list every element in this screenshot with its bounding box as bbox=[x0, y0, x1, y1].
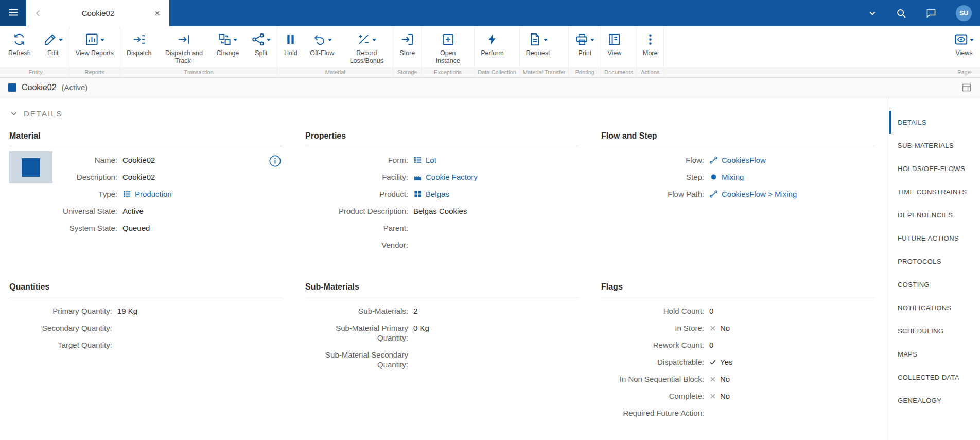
button-label: Refresh bbox=[8, 49, 31, 57]
field-label: Product Description: bbox=[305, 206, 413, 216]
list-icon bbox=[122, 190, 131, 198]
field-row: Form: Lot bbox=[305, 151, 579, 168]
view-reports-button[interactable]: View Reports bbox=[69, 26, 120, 57]
nav-item-details[interactable]: DETAILS bbox=[889, 111, 980, 134]
field-label: Secondary Quantity: bbox=[9, 323, 117, 333]
perform-button[interactable]: Perform bbox=[475, 26, 510, 57]
field-row: Type: Production bbox=[57, 185, 283, 202]
nav-item-costing[interactable]: COSTING bbox=[889, 273, 980, 296]
dropdown-caret-icon bbox=[372, 39, 376, 41]
step-icon bbox=[709, 173, 718, 181]
refresh-button[interactable]: Refresh bbox=[2, 26, 37, 57]
toolbar-group-entity: Refresh Edit Entity bbox=[2, 26, 69, 77]
dropdown-caret-icon bbox=[544, 39, 548, 41]
eye-icon bbox=[954, 31, 974, 47]
back-chevron-icon[interactable] bbox=[31, 7, 45, 20]
avatar[interactable]: SU bbox=[956, 5, 972, 21]
group-label: Entity bbox=[2, 67, 69, 77]
button-label: Edit bbox=[47, 49, 59, 57]
field-value: Active bbox=[122, 206, 144, 216]
type-link[interactable]: Production bbox=[122, 189, 172, 199]
dispatch-and-track-button[interactable]: Dispatch and Track- bbox=[158, 26, 211, 65]
request-button[interactable]: Request bbox=[520, 26, 556, 57]
field-label: Description: bbox=[57, 172, 122, 182]
nav-item-future-actions[interactable]: FUTURE ACTIONS bbox=[889, 227, 980, 250]
toolbar-group-storage: Store Storage bbox=[393, 26, 422, 77]
facility-link[interactable]: Cookie Factory bbox=[413, 172, 478, 182]
button-label: Open Instance bbox=[428, 49, 468, 65]
button-label: Hold bbox=[284, 49, 297, 57]
x-icon bbox=[709, 325, 716, 332]
step-link[interactable]: Mixing bbox=[709, 172, 744, 182]
field-row: Step: Mixing bbox=[601, 168, 874, 185]
x-icon bbox=[709, 376, 716, 383]
store-button[interactable]: Store bbox=[393, 26, 421, 57]
field-value: No bbox=[709, 323, 730, 333]
split-button[interactable]: Split bbox=[245, 26, 277, 57]
view-documents-button[interactable]: View bbox=[601, 26, 627, 57]
toolbar-group-printing: Print Printing bbox=[569, 26, 601, 77]
list-icon bbox=[413, 156, 422, 164]
flow-path-link[interactable]: CookiesFlow > Mixing bbox=[709, 189, 797, 199]
field-value: Cookie02 bbox=[122, 155, 155, 165]
group-label: Storage bbox=[393, 67, 421, 77]
form-link[interactable]: Lot bbox=[413, 155, 436, 165]
product-link[interactable]: Belgas bbox=[413, 189, 449, 199]
material-thumbnail-square bbox=[22, 158, 40, 177]
binder-icon bbox=[607, 31, 621, 47]
off-flow-button[interactable]: Off-Flow bbox=[304, 26, 340, 57]
nav-item-collected-data[interactable]: COLLECTED DATA bbox=[889, 366, 980, 389]
flow-link[interactable]: CookiesFlow bbox=[709, 155, 766, 165]
menu-button[interactable] bbox=[0, 0, 26, 26]
panel-layout-icon[interactable] bbox=[961, 82, 972, 93]
field-label: Flow Path: bbox=[601, 189, 709, 199]
chevron-down-icon[interactable] bbox=[868, 9, 877, 18]
group-label: Transaction bbox=[120, 67, 277, 77]
nav-item-dependencies[interactable]: DEPENDENCIES bbox=[889, 204, 980, 227]
field-row: Primary Quantity: 19 Kg bbox=[9, 302, 283, 319]
button-label: Print bbox=[578, 49, 591, 57]
dropdown-caret-icon bbox=[59, 39, 63, 41]
field-value: Belgas Cookies bbox=[413, 206, 467, 216]
field-value: 2 bbox=[413, 306, 417, 316]
tab-close-icon[interactable]: × bbox=[151, 7, 163, 19]
hold-button[interactable]: Hold bbox=[277, 26, 304, 57]
dropdown-caret-icon bbox=[233, 39, 237, 41]
change-button[interactable]: Change bbox=[211, 26, 246, 57]
search-icon[interactable] bbox=[896, 8, 906, 19]
open-instance-icon bbox=[441, 31, 455, 47]
more-button[interactable]: More bbox=[637, 26, 663, 57]
info-icon[interactable] bbox=[269, 155, 282, 167]
record-loss-bonus-button[interactable]: Record Loss/Bonus bbox=[340, 26, 393, 65]
button-label: Views bbox=[955, 49, 972, 57]
nav-item-notifications[interactable]: NOTIFICATIONS bbox=[889, 296, 980, 319]
entity-tab[interactable]: Cookie02 × bbox=[26, 0, 169, 26]
nav-item-time-constraints[interactable]: TIME CONSTRAINTS bbox=[889, 180, 980, 204]
edit-button[interactable]: Edit bbox=[37, 26, 69, 57]
print-button[interactable]: Print bbox=[569, 26, 601, 57]
main-panel: DETAILS Material Name: Cookie02 bbox=[0, 97, 889, 440]
store-icon bbox=[400, 31, 414, 47]
nav-item-sub-materials[interactable]: SUB-MATERIALS bbox=[889, 134, 980, 157]
nav-item-holds-off-flows[interactable]: HOLDS/OFF-FLOWS bbox=[889, 157, 980, 180]
group-label: Material bbox=[277, 67, 393, 77]
field-row: Complete: No bbox=[601, 387, 874, 404]
group-label: Exceptions bbox=[422, 67, 474, 77]
dropdown-caret-icon bbox=[590, 39, 594, 41]
right-nav: DETAILS SUB-MATERIALS HOLDS/OFF-FLOWS TI… bbox=[889, 97, 980, 440]
dropdown-caret-icon bbox=[267, 39, 271, 41]
button-label: Store bbox=[399, 49, 415, 57]
nav-item-protocols[interactable]: PROTOCOLS bbox=[889, 250, 980, 273]
field-row: Description: Cookie02 bbox=[57, 168, 283, 185]
dispatch-button[interactable]: Dispatch bbox=[120, 26, 158, 57]
details-section-toggle[interactable]: DETAILS bbox=[9, 109, 889, 118]
nav-item-scheduling[interactable]: SCHEDULING bbox=[889, 319, 980, 343]
views-button[interactable]: Views bbox=[948, 26, 980, 57]
nav-item-genealogy[interactable]: GENEALOGY bbox=[889, 389, 980, 412]
field-label: Vendor: bbox=[305, 240, 413, 250]
field-row: Required Future Action: bbox=[601, 404, 874, 421]
chat-icon[interactable] bbox=[926, 8, 936, 19]
bar-chart-icon bbox=[85, 31, 104, 47]
nav-item-maps[interactable]: MAPS bbox=[889, 343, 980, 366]
open-instance-button[interactable]: Open Instance bbox=[422, 26, 474, 65]
